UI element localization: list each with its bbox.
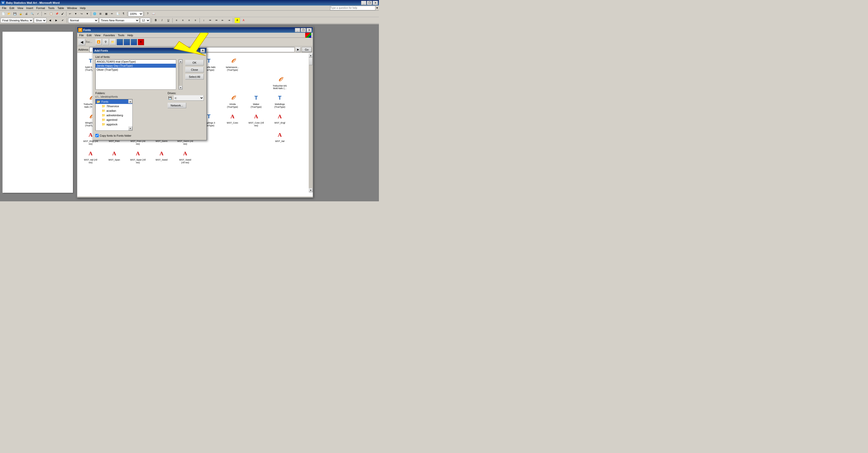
list-item[interactable]: A WST_Czec	[221, 111, 244, 128]
bullets-button[interactable]: ≔	[207, 18, 213, 23]
title-bar-controls[interactable]: _ ❐ ✕	[361, 1, 378, 5]
list-item[interactable]: A WST_Swed(All res)	[174, 148, 196, 165]
accept-button[interactable]: ✔	[60, 18, 65, 23]
line-spacing-button[interactable]: ↕	[201, 18, 207, 23]
table-button[interactable]: ⊞	[98, 11, 103, 17]
font-color-button[interactable]: A	[241, 18, 246, 23]
justify-button[interactable]: ≡	[193, 18, 198, 23]
network-button[interactable]: Network...	[167, 103, 186, 108]
research-button[interactable]: 📖	[151, 11, 156, 17]
prev-change-button[interactable]: ◀	[47, 18, 53, 23]
menu-table[interactable]: Table	[56, 6, 65, 10]
tracking-dropdown[interactable]: Final Showing Markup	[0, 18, 33, 23]
columns-button[interactable]: ▦	[103, 11, 109, 17]
italic-button[interactable]: I	[159, 18, 165, 23]
toolbar-btn-3[interactable]: 📁	[110, 39, 116, 45]
list-scroll-down[interactable]: ▼	[179, 86, 182, 89]
style-dropdown[interactable]: Normal	[68, 18, 98, 23]
fonts-minimize-btn[interactable]: _	[295, 28, 300, 32]
list-item[interactable]: A WST_Ital (Allres)	[79, 148, 102, 165]
list-item[interactable]: 𝒪 Trebuchet MSBold Italic (...	[269, 73, 291, 91]
hyperlink-button[interactable]: 🌐	[92, 11, 97, 17]
help-dropdown-arrow[interactable]: ▼	[376, 6, 378, 9]
highlight-button[interactable]: A	[235, 18, 240, 23]
folders-scroll-down[interactable]: ▼	[128, 126, 132, 130]
word-help-button[interactable]: ?	[145, 11, 151, 17]
scroll-down-btn[interactable]: ▼	[309, 188, 313, 192]
fonts-menu-favorites[interactable]: Favorites	[102, 33, 116, 37]
menu-view[interactable]: View	[16, 6, 25, 10]
drawing-button[interactable]: ✏	[109, 11, 115, 17]
paste-button[interactable]: 📌	[54, 11, 60, 17]
align-right-button[interactable]: ≡	[186, 18, 192, 23]
font-list-item[interactable]: Oliver (TrueType)	[96, 68, 176, 72]
menu-tools[interactable]: Tools	[46, 6, 56, 10]
drives-dropdown[interactable]: c:	[174, 95, 204, 101]
menu-edit[interactable]: Edit	[8, 6, 16, 10]
list-item[interactable]: A WST_Span (Allres)	[127, 148, 149, 165]
font-list-item-selected[interactable]: Janda Happy Day (TrueType)	[96, 64, 176, 68]
go-button[interactable]: Go	[302, 47, 312, 52]
font-size-dropdown[interactable]: 12	[140, 18, 150, 23]
toolbar-btn-4[interactable]	[117, 39, 123, 45]
fonts-menu-help[interactable]: Help	[126, 33, 134, 37]
toolbar-btn-2[interactable]: ⚲	[102, 39, 109, 45]
close-dialog-button[interactable]: Close	[185, 67, 204, 72]
folder-item[interactable]: 📁 adinekimberg	[96, 113, 132, 118]
dialog-close-button[interactable]: ✕	[200, 49, 205, 53]
menu-insert[interactable]: Insert	[25, 6, 35, 10]
folders-list-box[interactable]: ▲ 📂 Fonts 📁 7thservice	[95, 99, 132, 131]
scroll-thumb[interactable]	[309, 58, 312, 65]
folder-item[interactable]: 📁 agentred	[96, 118, 132, 122]
show-hide-button[interactable]: ¶	[121, 11, 126, 17]
list-item[interactable]: A WST_Engl	[269, 111, 291, 128]
minimize-button[interactable]: _	[361, 1, 366, 5]
folder-root-item[interactable]: 📂 Fonts	[96, 99, 132, 104]
next-change-button[interactable]: ▶	[54, 18, 59, 23]
toolbar-btn-6[interactable]	[131, 39, 137, 45]
list-item[interactable]: A WST_Ital	[269, 129, 291, 147]
new-button[interactable]: 📄	[0, 11, 6, 17]
font-list-box[interactable]: ANGELTEARS-trial (OpenType) Janda Happy …	[95, 59, 176, 90]
list-scroll-up[interactable]: ▲	[179, 60, 182, 63]
cut-button[interactable]: ✂	[42, 11, 48, 17]
decrease-indent-button[interactable]: ⇤	[220, 18, 225, 23]
folders-scroll-up[interactable]: ▲	[128, 99, 132, 103]
underline-button[interactable]: U	[165, 18, 171, 23]
bold-button[interactable]: B	[153, 18, 158, 23]
permission-button[interactable]: 🔒	[18, 11, 23, 17]
folder-item[interactable]: 📁 aggstock	[96, 122, 132, 127]
save-button[interactable]: 💾	[12, 11, 18, 17]
list-item[interactable]: A WST_Swed	[150, 148, 173, 165]
menu-help[interactable]: Help	[79, 6, 87, 10]
print-button[interactable]: 🖨	[24, 11, 29, 17]
redo-dropdown[interactable]: ▼	[85, 11, 90, 17]
list-item[interactable]: 𝒪 tartarsauce...(TrueType)	[221, 55, 244, 72]
font-list-item[interactable]: ANGELTEARS-trial (OpenType)	[96, 60, 176, 64]
folder-item[interactable]: 📁 acadian	[96, 109, 132, 113]
fonts-menu-view[interactable]: View	[93, 33, 102, 37]
address-go-arrow[interactable]: ▶	[296, 47, 301, 52]
fonts-title-btns[interactable]: _ ❐ ✕	[295, 28, 312, 32]
folder-item[interactable]: 📁 7thservice	[96, 104, 132, 109]
menu-format[interactable]: Format	[35, 6, 46, 10]
copy-button[interactable]: 📋	[48, 11, 54, 17]
select-all-button[interactable]: Select All	[185, 74, 204, 80]
open-button[interactable]: 📂	[6, 11, 12, 17]
menu-window[interactable]: Window	[66, 6, 79, 10]
ok-button[interactable]: OK	[185, 60, 204, 65]
copy-fonts-checkbox[interactable]	[95, 134, 99, 137]
show-dropdown[interactable]: Show	[34, 18, 46, 23]
list-item[interactable]: A WST_Czec (Allres)	[245, 111, 268, 128]
align-left-button[interactable]: ≡	[174, 18, 179, 23]
fonts-menu-file[interactable]: File	[78, 33, 85, 37]
list-item[interactable]: T Waker(TrueType)	[245, 92, 268, 110]
list-item[interactable]: 𝒪 Vrinda(TrueType)	[221, 92, 244, 110]
spell-check-button[interactable]: ✓	[35, 11, 41, 17]
help-search-input[interactable]	[330, 6, 375, 10]
toolbar-btn-7[interactable]: ✕	[137, 39, 144, 45]
numbering-button[interactable]: ≔	[214, 18, 219, 23]
restore-button[interactable]: ❐	[367, 1, 372, 5]
zoom-dropdown[interactable]: 100%	[128, 11, 143, 17]
close-button[interactable]: ✕	[373, 1, 378, 5]
